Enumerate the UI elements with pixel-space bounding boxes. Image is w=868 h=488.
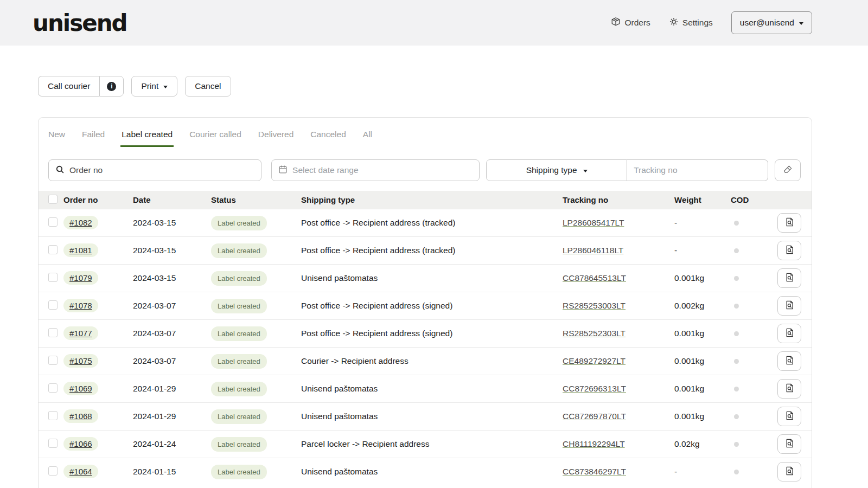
- status-tab[interactable]: Courier called: [188, 124, 242, 147]
- tracking-link[interactable]: CC878645513LT: [563, 273, 626, 282]
- preview-label-button[interactable]: [777, 296, 801, 316]
- order-date: 2024-03-07: [133, 329, 211, 338]
- order-link[interactable]: #1066: [63, 437, 98, 451]
- row-checkbox[interactable]: [48, 356, 58, 365]
- row-checkbox[interactable]: [48, 217, 58, 227]
- tracking-no-input[interactable]: [634, 165, 761, 175]
- date-range-input[interactable]: [292, 165, 473, 175]
- row-checkbox[interactable]: [48, 439, 58, 448]
- cod-indicator: [734, 331, 739, 336]
- tracking-link[interactable]: RS285253003LT: [563, 301, 626, 310]
- col-header-status: Status: [211, 195, 301, 204]
- cod-indicator: [734, 276, 739, 281]
- select-all-checkbox[interactable]: [48, 195, 58, 204]
- order-link[interactable]: #1077: [63, 326, 98, 340]
- date-range-picker: [271, 159, 480, 181]
- weight-value: -: [674, 467, 731, 477]
- status-badge: Label created: [211, 354, 267, 369]
- row-checkbox[interactable]: [48, 273, 58, 282]
- cod-indicator: [734, 304, 739, 309]
- order-date: 2024-01-29: [133, 412, 211, 421]
- order-no-input[interactable]: [69, 165, 254, 175]
- order-link[interactable]: #1075: [63, 354, 98, 368]
- status-tab[interactable]: Label created: [120, 124, 174, 147]
- table-row: #1082 2024-03-15 Label created Post offi…: [39, 209, 812, 236]
- table-header: Order no Date Status Shipping type Track…: [39, 191, 812, 209]
- tracking-link[interactable]: CC872697870LT: [563, 412, 626, 421]
- unisend-logo[interactable]: unisend: [33, 10, 127, 36]
- tracking-link[interactable]: LP286085417LT: [563, 218, 624, 227]
- tracking-link[interactable]: CC872696313LT: [563, 384, 626, 393]
- order-link[interactable]: #1068: [63, 409, 98, 423]
- tracking-link[interactable]: LP286046118LT: [563, 246, 623, 255]
- row-checkbox[interactable]: [48, 328, 58, 337]
- status-tab[interactable]: All: [362, 124, 373, 147]
- table-row: #1078 2024-03-07 Label created Post offi…: [39, 292, 812, 319]
- shipping-type-label: Shipping type: [526, 165, 577, 175]
- status-tab[interactable]: Delivered: [257, 124, 295, 147]
- document-preview-icon: [784, 217, 795, 229]
- weight-value: 0.002kg: [674, 301, 731, 311]
- document-preview-icon: [784, 466, 795, 478]
- preview-label-button[interactable]: [777, 379, 801, 399]
- table-row: #1081 2024-03-15 Label created Post offi…: [39, 236, 812, 264]
- tracking-link[interactable]: CE489272927LT: [563, 356, 626, 365]
- order-date: 2024-03-15: [133, 246, 211, 255]
- order-link[interactable]: #1079: [63, 271, 98, 285]
- status-tab[interactable]: Canceled: [309, 124, 347, 147]
- preview-label-button[interactable]: [777, 462, 801, 481]
- status-tab[interactable]: New: [47, 124, 66, 147]
- nav-orders[interactable]: Orders: [611, 17, 650, 29]
- tab-label: New: [48, 130, 65, 139]
- tracking-link[interactable]: CC873846297LT: [563, 467, 626, 476]
- preview-label-button[interactable]: [777, 434, 801, 454]
- shipping-type-value: Unisend paštomatas: [301, 384, 563, 394]
- tracking-link[interactable]: CH811192294LT: [563, 439, 625, 448]
- order-date: 2024-03-07: [133, 356, 211, 366]
- preview-label-button[interactable]: [777, 268, 801, 288]
- table-row: #1069 2024-01-29 Label created Unisend p…: [39, 375, 812, 402]
- status-badge: Label created: [211, 299, 267, 313]
- preview-label-button[interactable]: [777, 213, 801, 233]
- clear-filters-button[interactable]: [775, 159, 801, 181]
- row-checkbox[interactable]: [48, 300, 58, 310]
- preview-label-button[interactable]: [777, 241, 801, 260]
- tracking-link[interactable]: RS285252303LT: [563, 329, 626, 338]
- order-link[interactable]: #1078: [63, 299, 98, 312]
- print-button[interactable]: Print: [131, 76, 177, 97]
- nav-settings[interactable]: Settings: [669, 17, 713, 29]
- shipping-type-value: Post office -> Recipient address (signed…: [301, 329, 563, 338]
- preview-label-button[interactable]: [777, 324, 801, 343]
- status-badge: Label created: [211, 437, 267, 452]
- search-icon: [55, 165, 65, 176]
- order-link[interactable]: #1081: [63, 243, 98, 257]
- print-label: Print: [141, 81, 158, 91]
- preview-label-button[interactable]: [777, 407, 801, 426]
- preview-label-button[interactable]: [777, 351, 801, 371]
- call-courier-button[interactable]: Call courier: [38, 76, 99, 97]
- status-tab[interactable]: Failed: [81, 124, 106, 147]
- document-preview-icon: [784, 300, 795, 312]
- call-courier-info-button[interactable]: i: [99, 76, 124, 97]
- user-menu-button[interactable]: user@unisend: [731, 11, 812, 34]
- order-link[interactable]: #1082: [63, 216, 98, 229]
- cod-indicator: [734, 221, 739, 226]
- cancel-button[interactable]: Cancel: [185, 76, 231, 97]
- table-row: #1064 2024-01-15 Label created Unisend p…: [39, 458, 812, 485]
- row-checkbox[interactable]: [48, 245, 58, 254]
- shipping-type-value: Courier -> Recipient address: [301, 356, 563, 366]
- tracking-no-search: [627, 159, 768, 181]
- shipping-type-dropdown[interactable]: Shipping type: [486, 159, 627, 181]
- tab-label: All: [363, 130, 372, 139]
- filter-bar: Shipping type: [39, 147, 812, 181]
- order-link[interactable]: #1069: [63, 382, 98, 395]
- row-checkbox[interactable]: [48, 411, 58, 420]
- table-row: #1066 2024-01-24 Label created Parcel lo…: [39, 430, 812, 458]
- row-checkbox[interactable]: [48, 466, 58, 476]
- order-link[interactable]: #1064: [63, 465, 98, 478]
- cod-indicator: [734, 414, 739, 419]
- tab-label: Label created: [122, 130, 173, 139]
- status-badge: Label created: [211, 326, 267, 341]
- chevron-down-icon: [799, 22, 803, 25]
- row-checkbox[interactable]: [48, 383, 58, 393]
